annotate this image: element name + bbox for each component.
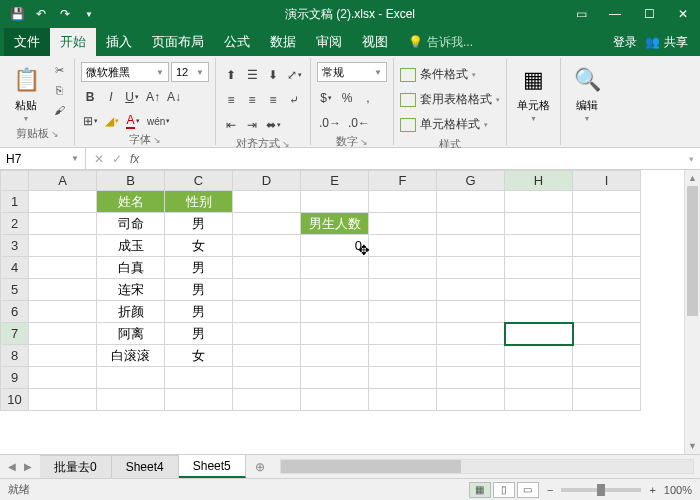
row-header[interactable]: 6 (1, 301, 29, 323)
scrollbar-thumb[interactable] (281, 460, 461, 473)
comma-format-icon[interactable]: , (359, 89, 377, 107)
accept-formula-icon[interactable]: ✓ (112, 152, 122, 166)
row-header[interactable]: 10 (1, 389, 29, 411)
increase-font-button[interactable]: A↑ (144, 88, 162, 106)
cells-button[interactable]: ▦单元格▼ (513, 62, 554, 124)
ribbon-options-icon[interactable]: ▭ (564, 0, 598, 28)
sheet-next-icon[interactable]: ▶ (24, 461, 32, 472)
zoom-slider[interactable] (561, 488, 641, 492)
col-header[interactable]: C (165, 171, 233, 191)
cell[interactable]: 男 (165, 323, 233, 345)
row-header[interactable]: 8 (1, 345, 29, 367)
spreadsheet-grid[interactable]: A B C D E F G H I 1姓名性别 2司命男男生人数 3成玉女0 4… (0, 170, 700, 454)
align-top-icon[interactable]: ⬆ (222, 66, 240, 84)
sheet-tab[interactable]: 批量去0 (40, 455, 112, 478)
align-right-icon[interactable]: ≡ (264, 91, 282, 109)
view-pagebreak-icon[interactable]: ▭ (517, 482, 539, 498)
fx-icon[interactable]: fx (130, 152, 139, 166)
dialog-launcher-icon[interactable]: ↘ (51, 129, 59, 139)
conditional-format-button[interactable]: 条件格式▾ (400, 64, 476, 85)
decrease-decimal-icon[interactable]: .0← (346, 114, 372, 132)
redo-icon[interactable]: ↷ (54, 3, 76, 25)
tab-home[interactable]: 开始 (50, 28, 96, 56)
formula-input[interactable] (143, 152, 683, 166)
increase-indent-icon[interactable]: ⇥ (243, 116, 261, 134)
vertical-scrollbar[interactable]: ▲ ▼ (684, 170, 700, 454)
cell[interactable]: 折颜 (97, 301, 165, 323)
cell[interactable]: 连宋 (97, 279, 165, 301)
align-bottom-icon[interactable]: ⬇ (264, 66, 282, 84)
tab-insert[interactable]: 插入 (96, 28, 142, 56)
view-pagelayout-icon[interactable]: ▯ (493, 482, 515, 498)
tell-me-search[interactable]: 💡 告诉我... (408, 34, 473, 51)
select-all-corner[interactable] (1, 171, 29, 191)
cell[interactable]: 女 (165, 345, 233, 367)
col-header[interactable]: E (301, 171, 369, 191)
row-header[interactable]: 2 (1, 213, 29, 235)
cell[interactable]: 成玉 (97, 235, 165, 257)
cell[interactable]: 男 (165, 301, 233, 323)
col-header[interactable]: F (369, 171, 437, 191)
horizontal-scrollbar[interactable] (280, 459, 694, 474)
copy-icon[interactable]: ⎘ (50, 82, 68, 98)
cell[interactable]: 性别 (165, 191, 233, 213)
cell[interactable]: 男 (165, 213, 233, 235)
cell[interactable]: 男生人数 (301, 213, 369, 235)
view-normal-icon[interactable]: ▦ (469, 482, 491, 498)
font-color-button[interactable]: A▾ (124, 112, 142, 130)
zoom-thumb[interactable] (597, 484, 605, 496)
tab-formulas[interactable]: 公式 (214, 28, 260, 56)
percent-format-icon[interactable]: % (338, 89, 356, 107)
bold-button[interactable]: B (81, 88, 99, 106)
save-icon[interactable]: 💾 (6, 3, 28, 25)
align-left-icon[interactable]: ≡ (222, 91, 240, 109)
dialog-launcher-icon[interactable]: ↘ (153, 135, 161, 145)
format-as-table-button[interactable]: 套用表格格式▾ (400, 89, 500, 110)
cell[interactable]: 0 (301, 235, 369, 257)
cell[interactable]: 白滚滚 (97, 345, 165, 367)
col-header[interactable]: A (29, 171, 97, 191)
maximize-icon[interactable]: ☐ (632, 0, 666, 28)
dialog-launcher-icon[interactable]: ↘ (282, 139, 290, 149)
col-header[interactable]: D (233, 171, 301, 191)
cell[interactable]: 阿离 (97, 323, 165, 345)
row-header[interactable]: 3 (1, 235, 29, 257)
phonetic-button[interactable]: wén▾ (145, 112, 172, 130)
minimize-icon[interactable]: — (598, 0, 632, 28)
cancel-formula-icon[interactable]: ✕ (94, 152, 104, 166)
cell[interactable]: 男 (165, 279, 233, 301)
tab-pagelayout[interactable]: 页面布局 (142, 28, 214, 56)
tab-file[interactable]: 文件 (4, 28, 50, 56)
align-center-icon[interactable]: ≡ (243, 91, 261, 109)
sheet-prev-icon[interactable]: ◀ (8, 461, 16, 472)
row-header[interactable]: 7 (1, 323, 29, 345)
tab-review[interactable]: 审阅 (306, 28, 352, 56)
merge-center-icon[interactable]: ⬌▾ (264, 116, 283, 134)
accounting-format-icon[interactable]: $▾ (317, 89, 335, 107)
wrap-text-icon[interactable]: ⤶ (285, 91, 303, 109)
align-middle-icon[interactable]: ☰ (243, 66, 261, 84)
font-size-combo[interactable]: 12▼ (171, 62, 209, 82)
scroll-up-icon[interactable]: ▲ (685, 170, 700, 186)
fill-color-button[interactable]: ◢▾ (103, 112, 121, 130)
cut-icon[interactable]: ✂ (50, 62, 68, 78)
font-name-combo[interactable]: 微软雅黑▼ (81, 62, 169, 82)
login-link[interactable]: 登录 (613, 34, 637, 51)
increase-decimal-icon[interactable]: .0→ (317, 114, 343, 132)
scroll-down-icon[interactable]: ▼ (685, 438, 700, 454)
italic-button[interactable]: I (102, 88, 120, 106)
cell[interactable]: 司命 (97, 213, 165, 235)
undo-icon[interactable]: ↶ (30, 3, 52, 25)
decrease-font-button[interactable]: A↓ (165, 88, 183, 106)
border-button[interactable]: ⊞▾ (81, 112, 100, 130)
add-sheet-button[interactable]: ⊕ (246, 455, 274, 478)
format-painter-icon[interactable]: 🖌 (50, 102, 68, 118)
tab-view[interactable]: 视图 (352, 28, 398, 56)
zoom-level[interactable]: 100% (664, 484, 692, 496)
col-header[interactable]: H (505, 171, 573, 191)
paste-button[interactable]: 📋 粘贴 ▼ (6, 62, 46, 124)
expand-formula-icon[interactable]: ▾ (683, 154, 700, 164)
row-header[interactable]: 1 (1, 191, 29, 213)
sheet-tab[interactable]: Sheet4 (112, 455, 179, 478)
row-header[interactable]: 4 (1, 257, 29, 279)
